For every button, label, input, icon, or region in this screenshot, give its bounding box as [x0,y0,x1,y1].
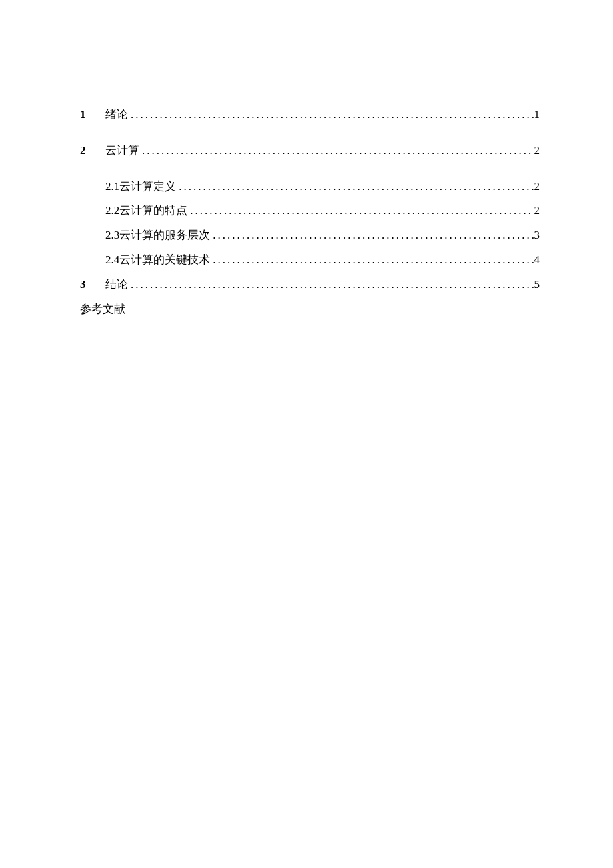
toc-page: 1 [534,107,540,123]
toc-dot-leader [128,107,534,123]
toc-page: 4 [534,252,540,268]
toc-dot-leader [128,277,534,293]
toc-entry: 3 结论 5 [80,277,540,293]
toc-dot-leader [210,227,534,243]
toc-page: 5 [534,277,540,293]
toc-page: 2 [534,203,540,219]
toc-entry: 2.3云计算的服务层次 3 [80,227,540,243]
toc-title: 2.2云计算的特点 [105,203,187,219]
toc-references-label: 参考文献 [80,301,540,317]
toc-title: 云计算 [105,143,139,159]
table-of-contents: 1 绪论 1 2 云计算 2 2.1云计算定义 2 2.2云计算的特点 2 2.… [80,107,540,317]
toc-number: 3 [80,277,105,293]
toc-title: 2.3云计算的服务层次 [105,227,210,243]
toc-title: 绪论 [105,107,128,123]
toc-page: 2 [534,143,540,159]
toc-entry: 2.4云计算的关键技术 4 [80,252,540,268]
toc-dot-leader [176,179,534,195]
toc-number: 1 [80,107,105,123]
toc-number: 2 [80,143,105,159]
toc-title: 结论 [105,277,128,293]
toc-entry: 2.1云计算定义 2 [80,179,540,195]
toc-dot-leader [210,252,534,268]
toc-dot-leader [187,203,534,219]
toc-title: 2.4云计算的关键技术 [105,252,210,268]
toc-entry: 1 绪论 1 [80,107,540,123]
toc-dot-leader [139,143,534,159]
toc-entry: 2.2云计算的特点 2 [80,203,540,219]
toc-page: 2 [534,179,540,195]
toc-page: 3 [534,227,540,243]
toc-entry: 2 云计算 2 [80,143,540,159]
toc-title: 2.1云计算定义 [105,179,176,195]
